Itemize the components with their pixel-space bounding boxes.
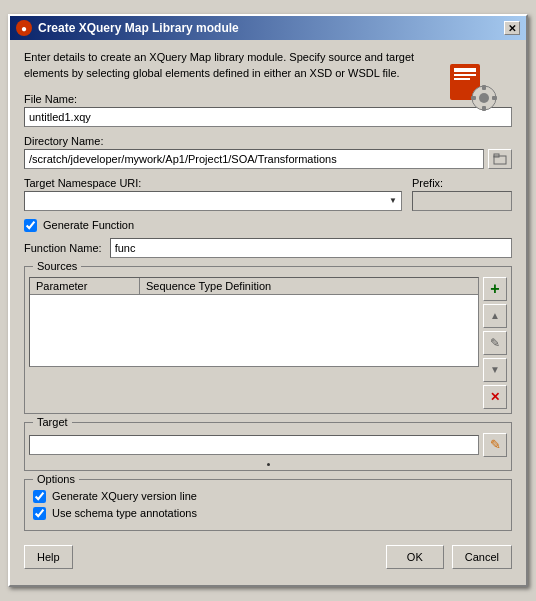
option2-row: Use schema type annotations — [33, 507, 503, 520]
namespace-label: Target Namespace URI: — [24, 177, 402, 189]
add-icon: + — [490, 280, 499, 298]
options-group: Options Generate XQuery version line Use… — [24, 479, 512, 531]
directory-row — [24, 149, 512, 169]
namespace-group: Target Namespace URI: ▼ Prefix: — [24, 177, 512, 211]
target-title: Target — [33, 416, 72, 428]
svg-rect-3 — [454, 78, 470, 80]
generate-function-row: Generate Function — [24, 219, 512, 232]
options-content: Generate XQuery version line Use schema … — [25, 480, 511, 530]
generate-function-checkbox[interactable] — [24, 219, 37, 232]
namespace-col: Target Namespace URI: ▼ — [24, 177, 402, 211]
prefix-col: Prefix: — [412, 177, 512, 211]
dialog-inner: Enter details to create an XQuery Map li… — [24, 50, 512, 575]
app-icon-area — [446, 60, 498, 112]
options-title: Options — [33, 473, 79, 485]
bottom-right-buttons: OK Cancel — [386, 545, 512, 569]
move-up-button[interactable]: ▲ — [483, 304, 507, 328]
up-icon: ▲ — [490, 310, 500, 321]
sources-table: Parameter Sequence Type Definition — [29, 277, 479, 367]
file-name-input[interactable] — [24, 107, 512, 127]
combo-arrow-icon: ▼ — [389, 196, 397, 205]
namespace-row: Target Namespace URI: ▼ Prefix: — [24, 177, 512, 211]
directory-group: Directory Name: — [24, 135, 512, 169]
svg-rect-2 — [454, 74, 476, 76]
scroll-indicator — [267, 463, 270, 466]
target-input[interactable] — [29, 435, 479, 455]
svg-rect-8 — [471, 96, 476, 100]
add-source-button[interactable]: + — [483, 277, 507, 301]
title-bar-left: ● Create XQuery Map Library module — [16, 20, 239, 36]
file-name-group: File Name: — [24, 93, 512, 127]
pencil-icon: ✎ — [490, 437, 501, 452]
prefix-input — [412, 191, 512, 211]
cancel-button[interactable]: Cancel — [452, 545, 512, 569]
directory-input[interactable] — [24, 149, 484, 169]
sources-buttons: + ▲ ✎ ▼ ✕ — [483, 277, 507, 409]
edit-icon: ✎ — [490, 336, 500, 350]
target-group: Target ✎ — [24, 422, 512, 471]
bottom-row: Help OK Cancel — [24, 541, 512, 575]
title-bar: ● Create XQuery Map Library module ✕ — [10, 16, 526, 40]
target-browse-button[interactable]: ✎ — [483, 433, 507, 457]
dialog-description: Enter details to create an XQuery Map li… — [24, 50, 512, 81]
svg-point-5 — [479, 93, 489, 103]
svg-rect-9 — [492, 96, 497, 100]
delete-icon: ✕ — [490, 390, 500, 404]
function-name-input[interactable] — [110, 238, 512, 258]
delete-button[interactable]: ✕ — [483, 385, 507, 409]
sources-title: Sources — [33, 260, 81, 272]
sources-group: Sources Parameter Sequence Type Definiti… — [24, 266, 512, 414]
edit-button[interactable]: ✎ — [483, 331, 507, 355]
move-down-button[interactable]: ▼ — [483, 358, 507, 382]
function-name-row: Function Name: — [24, 238, 512, 258]
dialog-window: ● Create XQuery Map Library module ✕ — [8, 14, 528, 587]
down-icon: ▼ — [490, 364, 500, 375]
svg-rect-1 — [454, 68, 476, 72]
option1-label: Generate XQuery version line — [52, 490, 197, 502]
svg-rect-6 — [482, 85, 486, 90]
file-name-label: File Name: — [24, 93, 512, 105]
col-type: Sequence Type Definition — [140, 278, 478, 294]
dialog-icon: ● — [16, 20, 32, 36]
function-name-label: Function Name: — [24, 242, 102, 254]
prefix-label: Prefix: — [412, 177, 512, 189]
svg-rect-7 — [482, 106, 486, 111]
sources-table-body — [30, 295, 478, 360]
browse-button[interactable] — [488, 149, 512, 169]
generate-function-label: Generate Function — [43, 219, 134, 231]
target-content: ✎ — [25, 423, 511, 461]
namespace-combo[interactable]: ▼ — [24, 191, 402, 211]
directory-label: Directory Name: — [24, 135, 512, 147]
dialog-body: Enter details to create an XQuery Map li… — [10, 40, 526, 585]
option1-checkbox[interactable] — [33, 490, 46, 503]
option2-label: Use schema type annotations — [52, 507, 197, 519]
help-button[interactable]: Help — [24, 545, 73, 569]
close-button[interactable]: ✕ — [504, 21, 520, 35]
sources-table-header: Parameter Sequence Type Definition — [30, 278, 478, 295]
col-parameter: Parameter — [30, 278, 140, 294]
option1-row: Generate XQuery version line — [33, 490, 503, 503]
option2-checkbox[interactable] — [33, 507, 46, 520]
sources-content: Parameter Sequence Type Definition + ▲ — [25, 267, 511, 413]
dialog-title: Create XQuery Map Library module — [38, 21, 239, 35]
ok-button[interactable]: OK — [386, 545, 444, 569]
